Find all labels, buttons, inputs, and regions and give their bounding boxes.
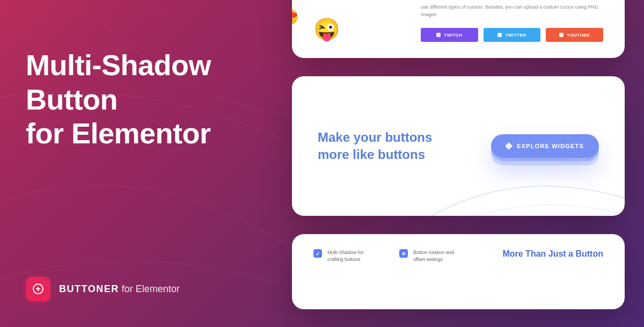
preview-card-features: ✓Multi-Shadow for crafting buttons✕Butto… xyxy=(292,234,625,309)
card-description: use different types of cursors. Besides,… xyxy=(421,4,603,18)
diamond-icon xyxy=(505,142,513,150)
check-icon: ✓ xyxy=(313,249,322,258)
youtube-button[interactable]: YOUTUBE xyxy=(546,28,603,42)
main-headline: Multi-Shadow Button for Elementor xyxy=(26,48,283,151)
brand: BUTTONER for Elementor xyxy=(26,277,180,301)
card-subtitle: More Than Just a Button xyxy=(502,249,603,259)
feature-text: Multi-Shadow for crafting buttons xyxy=(327,249,378,263)
feature-item: ✕Button rotation and offset settings xyxy=(399,249,464,263)
explore-widgets-button[interactable]: EXPLORE WIDGETS xyxy=(491,134,599,158)
preview-card-tagline: Make your buttons more like buttons EXPL… xyxy=(292,76,625,216)
heart-eyes-emoji-icon: 😍 xyxy=(292,8,299,26)
tagline-text: Make your buttons more like buttons xyxy=(318,129,432,164)
wink-emoji-icon: 😜 xyxy=(313,17,340,42)
feature-text: Button rotation and offset settings xyxy=(413,249,464,263)
youtube-icon xyxy=(559,33,564,37)
feature-item: ✓Multi-Shadow for crafting buttons xyxy=(313,249,378,263)
twitter-icon xyxy=(497,33,502,37)
brand-logo-icon xyxy=(26,277,50,301)
cross-icon: ✕ xyxy=(399,249,408,258)
brand-text: BUTTONER for Elementor xyxy=(59,284,180,295)
twitch-icon xyxy=(436,33,441,37)
preview-card-social: 😍 😀 😜 use different types of cursors. Be… xyxy=(292,0,625,58)
twitch-button[interactable]: TWITCH xyxy=(421,28,478,42)
twitter-button[interactable]: TWITTER xyxy=(484,28,541,42)
